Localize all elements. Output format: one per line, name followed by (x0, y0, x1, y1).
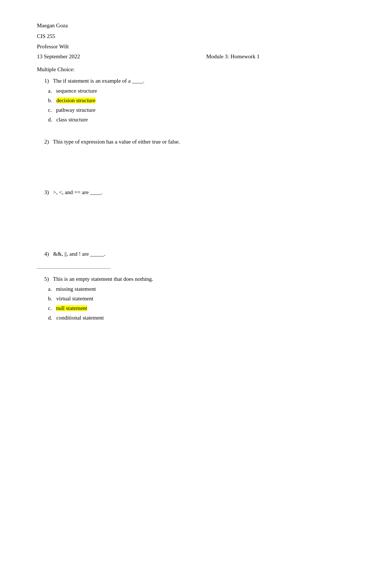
answer-1b-label: b. (48, 97, 52, 103)
question-block-3: 3) >, <, and == are ____. (37, 189, 355, 196)
question-3-text: 3) >, <, and == are ____. (44, 189, 355, 196)
answer-list-5: a. missing statement b. virtual statemen… (48, 284, 355, 322)
course: CIS 255 (37, 31, 355, 42)
question-block-4: 4) &&, ||, and ! are _____. (37, 251, 355, 257)
answer-5c-text: null statement (56, 305, 87, 311)
module-title: Module 3: Homework 1 (111, 54, 355, 60)
professor: Professor Wilt (37, 41, 355, 52)
question-1-body: The if statement is an example of a ____… (53, 78, 144, 84)
question-block-2: 2) This type of expression has a value o… (37, 139, 355, 145)
question-2-text: 2) This type of expression has a value o… (44, 139, 355, 145)
question-2-body: This type of expression has a value of e… (53, 139, 180, 145)
page-container: Maegan Goza CIS 255 Professor Wilt 13 Se… (0, 0, 392, 366)
question-block-1: 1) The if statement is an example of a _… (37, 78, 355, 124)
question-5-body: This is an empty statement that does not… (53, 276, 153, 282)
answer-5d-label: d. (48, 315, 52, 321)
section-divider (37, 268, 111, 269)
answer-5d: d. conditional statement (48, 313, 355, 322)
question-4-body: &&, ||, and ! are _____. (53, 251, 106, 257)
answer-1d-label: d. (48, 117, 52, 123)
answer-1a-text: sequence structure (56, 88, 97, 94)
answer-1d: d. class structure (48, 115, 355, 124)
question-3-body: >, <, and == are ____. (53, 189, 103, 195)
answer-5b-text: virtual statement (56, 296, 93, 301)
questions-list: 1) The if statement is an example of a _… (37, 78, 355, 322)
question-5-text: 5) This is an empty statement that does … (44, 276, 355, 282)
question-2-number: 2) (44, 139, 49, 145)
answer-5c: c. null statement (48, 304, 355, 313)
answer-1a-label: a. (48, 88, 52, 94)
answer-5a: a. missing statement (48, 284, 355, 293)
question-block-5: 5) This is an empty statement that does … (37, 276, 355, 322)
answer-5d-text: conditional statement (56, 315, 104, 321)
answer-1a: a. sequence structure (48, 86, 355, 95)
answer-1c-label: c. (48, 107, 52, 113)
answer-list-1: a. sequence structure b. decision struct… (48, 86, 355, 124)
section-header: Multiple Choice: (37, 66, 355, 73)
answer-1b: b. decision structure (48, 96, 355, 105)
question-4-text: 4) &&, ||, and ! are _____. (44, 251, 355, 257)
answer-1c-text: pathway structure (56, 107, 96, 113)
question-4-number: 4) (44, 251, 49, 257)
question-1-number: 1) (44, 78, 49, 84)
date: 13 September 2022 (37, 54, 111, 60)
question-1-text: 1) The if statement is an example of a _… (44, 78, 355, 84)
student-name: Maegan Goza (37, 20, 355, 31)
answer-1d-text: class structure (56, 117, 88, 123)
answer-5a-text: missing statement (56, 286, 96, 292)
question-3-number: 3) (44, 189, 49, 195)
answer-1c: c. pathway structure (48, 106, 355, 114)
answer-5a-label: a. (48, 286, 52, 292)
header-info: Maegan Goza CIS 255 Professor Wilt (37, 20, 355, 52)
answer-5b-label: b. (48, 296, 52, 301)
answer-5c-label: c. (48, 305, 52, 311)
answer-1b-text: decision structure (56, 97, 96, 103)
question-5-number: 5) (44, 276, 49, 282)
answer-5b: b. virtual statement (48, 294, 355, 303)
date-title-row: 13 September 2022 Module 3: Homework 1 (37, 54, 355, 60)
